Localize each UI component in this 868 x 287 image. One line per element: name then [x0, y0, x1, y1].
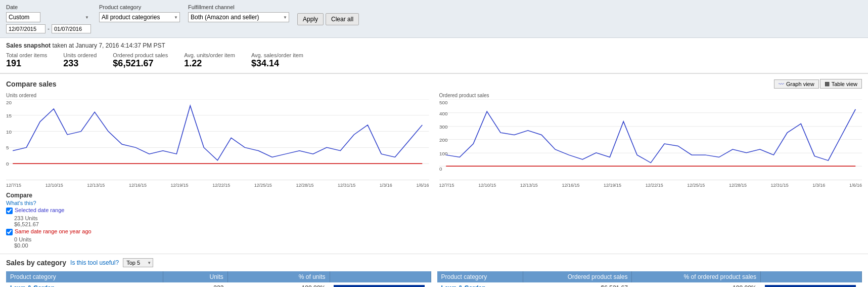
col-bar2: [761, 271, 862, 282]
selected-units: 233 Units: [14, 215, 37, 221]
charts-container: Units ordered 0 5 10 15 20 12/7/1512/10/…: [6, 93, 862, 249]
selected-range-checkbox[interactable]: [6, 208, 13, 214]
x-axis-label: 1/6/16: [416, 183, 429, 188]
sales-cat-header: Sales by category Is this tool useful? T…: [6, 258, 862, 267]
metric-group: Avg. units/order item1.22: [184, 52, 235, 69]
x-axis-label: 12/13/15: [87, 183, 105, 188]
col-units: Units: [163, 271, 227, 282]
svg-text:400: 400: [439, 111, 448, 116]
selected-sales: $6,521.67: [14, 221, 39, 227]
tables-row: Product category Units % of units Lawn &…: [6, 271, 862, 287]
svg-text:10: 10: [6, 129, 12, 134]
x-axis-label: 12/7/15: [6, 183, 21, 188]
graph-view-button[interactable]: 〰 Graph view: [774, 79, 819, 89]
metric-group: Avg. sales/order item$34.14: [251, 52, 303, 69]
bar-cell: [761, 282, 862, 287]
year-ago-checkbox[interactable]: [6, 229, 13, 235]
units-x-labels: 12/7/1512/10/1512/13/1512/16/1512/19/151…: [6, 183, 429, 188]
col-product-category: Product category: [6, 271, 163, 282]
x-axis-label: 12/7/15: [439, 183, 454, 188]
top-select[interactable]: Top 5 Top 10: [123, 258, 153, 267]
date-start-input[interactable]: [6, 24, 45, 33]
selected-range-legend: Selected date range: [6, 207, 429, 214]
pct-cell: 100.00%: [227, 282, 330, 287]
bar-cell: [330, 282, 431, 287]
filter-buttons: Apply Clear all: [297, 4, 359, 25]
units-y-label: Units ordered: [6, 93, 429, 98]
category-link[interactable]: Lawn & Garden: [441, 284, 486, 287]
x-axis-label: 12/16/15: [562, 183, 579, 188]
view-toggle: 〰 Graph view ▦ Table view: [774, 79, 862, 89]
compare-legend-title: Compare: [6, 192, 429, 199]
clear-button[interactable]: Clear all: [326, 13, 359, 25]
product-category-select[interactable]: All product categories: [99, 12, 180, 22]
year-ago-units: 0 Units: [14, 236, 31, 242]
snapshot-title-bold: Sales snapshot: [6, 42, 51, 49]
snapshot-taken-at: taken at January 7, 2016 4:14:37 PM PST: [52, 42, 165, 49]
metric-group: Units ordered233: [63, 52, 97, 69]
x-axis-label: 12/10/15: [45, 183, 63, 188]
table-view-button[interactable]: ▦ Table view: [820, 79, 862, 89]
apply-button[interactable]: Apply: [297, 13, 324, 25]
date-range-row: -: [6, 24, 91, 33]
x-axis-label: 12/19/15: [171, 183, 189, 188]
svg-text:5: 5: [6, 145, 9, 150]
sales-category-section: Sales by category Is this tool useful? T…: [0, 254, 868, 287]
metric-label: Units ordered: [63, 52, 97, 58]
x-axis-label: 12/22/15: [646, 183, 663, 188]
sales-y-label: Ordered product sales: [439, 93, 862, 98]
x-axis-label: 12/25/15: [687, 183, 705, 188]
x-axis-label: 12/16/15: [129, 183, 147, 188]
category-cell: Lawn & Garden: [437, 282, 523, 287]
filter-bar: Date Custom - Product category All produ…: [0, 0, 868, 38]
x-axis-label: 12/28/15: [296, 183, 313, 188]
x-axis-label: 12/19/15: [604, 183, 621, 188]
date-type-select[interactable]: Custom: [6, 12, 40, 22]
x-axis-label: 12/31/15: [771, 183, 789, 188]
year-ago-label: Same date range one year ago: [15, 228, 92, 234]
sales-x-labels: 12/7/1512/10/1512/13/1512/16/1512/19/151…: [439, 183, 862, 188]
compare-header: Compare sales 〰 Graph view ▦ Table view: [6, 79, 862, 89]
x-axis-label: 12/28/15: [729, 183, 747, 188]
svg-text:0: 0: [439, 167, 442, 172]
date-end-input[interactable]: [52, 24, 91, 33]
metric-value: $6,521.67: [113, 58, 168, 69]
svg-text:300: 300: [439, 124, 448, 129]
category-sales-table: Product category Ordered product sales %…: [437, 271, 862, 287]
selected-range-label: Selected date range: [15, 207, 64, 213]
whats-this-link[interactable]: What's this?: [6, 200, 429, 206]
table-row: Lawn & Garden 233 100.00%: [6, 282, 431, 287]
useful-link[interactable]: Is this tool useful?: [70, 259, 119, 266]
year-ago-sales: $0.00: [14, 242, 28, 249]
svg-text:15: 15: [6, 113, 12, 118]
graph-icon: 〰: [779, 81, 784, 87]
col-ordered-sales: Ordered product sales: [523, 271, 632, 282]
sales-cat-title: Sales by category: [6, 259, 66, 267]
units-chart-wrapper: Units ordered 0 5 10 15 20 12/7/1512/10/…: [6, 93, 429, 249]
category-cell: Lawn & Garden: [6, 282, 163, 287]
fulfillment-select[interactable]: Both (Amazon and seller): [188, 12, 289, 22]
sales-cell: $6,521.67: [523, 282, 632, 287]
x-axis-label: 12/10/15: [478, 183, 496, 188]
metric-value: $34.14: [251, 58, 303, 69]
product-category-filter-group: Product category All product categories: [99, 4, 180, 22]
date-label: Date: [6, 4, 91, 10]
x-axis-label: 12/25/15: [254, 183, 272, 188]
units-line-chart: 0 5 10 15 20: [6, 99, 429, 180]
metric-label: Total order items: [6, 52, 47, 58]
metric-value: 1.22: [184, 58, 235, 69]
x-axis-label: 12/31/15: [338, 183, 355, 188]
category-link[interactable]: Lawn & Garden: [10, 284, 55, 287]
table-view-label: Table view: [832, 81, 857, 87]
x-axis-label: 12/22/15: [212, 183, 230, 188]
date-filter-group: Date Custom -: [6, 4, 91, 33]
units-cell: 233: [163, 282, 227, 287]
year-ago-values: 0 Units $0.00: [14, 236, 429, 249]
metric-value: 191: [6, 58, 47, 69]
svg-text:100: 100: [439, 151, 448, 156]
col-pct-units: % of units: [227, 271, 330, 282]
svg-text:0: 0: [6, 161, 9, 167]
snapshot-title: Sales snapshot taken at January 7, 2016 …: [6, 42, 862, 49]
fulfillment-wrapper: Both (Amazon and seller): [188, 12, 289, 22]
metric-group: Ordered product sales$6,521.67: [113, 52, 168, 69]
